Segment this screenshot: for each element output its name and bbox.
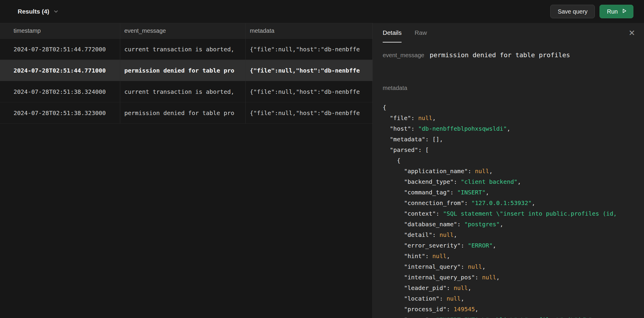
tab-details[interactable]: Details xyxy=(383,23,402,42)
cell-event-message: current transaction is aborted, xyxy=(120,81,246,102)
cell-event-message: permission denied for table pro xyxy=(120,60,246,81)
json-line: "query": "INSERT INTO \"public\".\"profi… xyxy=(383,314,644,318)
json-line: "detail": null, xyxy=(383,230,644,240)
event-message-value: permission denied for table profiles xyxy=(430,51,570,59)
table-row[interactable]: 2024-07-28T02:51:38.323000permission den… xyxy=(0,102,372,124)
column-header-metadata: metadata xyxy=(246,23,372,38)
save-query-button[interactable]: Save query xyxy=(550,5,595,18)
table-row[interactable]: 2024-07-28T02:51:38.324000current transa… xyxy=(0,81,372,102)
json-line: "leader_pid": null, xyxy=(383,283,644,293)
json-line: "application_name": null, xyxy=(383,166,644,176)
cell-timestamp: 2024-07-28T02:51:38.324000 xyxy=(0,81,120,102)
json-line: "hint": null, xyxy=(383,251,644,261)
event-message-row: event_message permission denied for tabl… xyxy=(383,51,644,59)
results-table: timestamp event_message metadata 2024-07… xyxy=(0,23,372,318)
event-message-label: event_message xyxy=(383,52,424,59)
run-label: Run xyxy=(607,8,618,15)
json-line: "host": "db-nenbffeblpohxsqwsldi", xyxy=(383,123,644,134)
details-content: event_message permission denied for tabl… xyxy=(373,42,644,318)
metadata-label: metadata xyxy=(383,85,644,91)
json-line: "internal_query": null, xyxy=(383,261,644,272)
details-tabs: DetailsRaw xyxy=(383,23,440,42)
json-line: "command_tag": "INSERT", xyxy=(383,187,644,198)
play-icon xyxy=(621,8,627,15)
cell-event-message: current transaction is aborted, xyxy=(120,39,246,60)
cell-metadata: {"file":null,"host":"db-nenbffe xyxy=(246,81,372,102)
cell-timestamp: 2024-07-28T02:51:44.771000 xyxy=(0,60,120,81)
cell-timestamp: 2024-07-28T02:51:38.323000 xyxy=(0,102,120,123)
results-dropdown[interactable]: Results (4) xyxy=(18,8,59,15)
cell-timestamp: 2024-07-28T02:51:44.772000 xyxy=(0,39,120,60)
json-line: "file": null, xyxy=(383,113,644,123)
json-line: "error_severity": "ERROR", xyxy=(383,240,644,251)
toolbar: Results (4) Save query Run xyxy=(0,0,644,23)
chevron-down-icon xyxy=(53,9,59,14)
run-button[interactable]: Run xyxy=(600,5,633,18)
main-area: timestamp event_message metadata 2024-07… xyxy=(0,23,644,318)
table-row[interactable]: 2024-07-28T02:51:44.771000permission den… xyxy=(0,60,372,81)
cell-event-message: permission denied for table pro xyxy=(120,102,246,123)
json-line: { xyxy=(383,155,644,166)
close-icon[interactable]: ✕ xyxy=(628,29,635,37)
json-line: { xyxy=(383,102,644,113)
json-line: "context": "SQL statement \"insert into … xyxy=(383,208,644,219)
details-panel: DetailsRaw ✕ event_message permission de… xyxy=(372,23,644,318)
json-line: "connection_from": "127.0.0.1:53932", xyxy=(383,198,644,208)
toolbar-actions: Save query Run xyxy=(550,5,633,18)
json-line: "backend_type": "client backend", xyxy=(383,176,644,187)
table-header: timestamp event_message metadata xyxy=(0,23,372,39)
json-line: "internal_query_pos": null, xyxy=(383,272,644,283)
cell-metadata: {"file":null,"host":"db-nenbffe xyxy=(246,39,372,60)
details-tabs-row: DetailsRaw ✕ xyxy=(373,23,644,42)
cell-metadata: {"file":null,"host":"db-nenbffe xyxy=(246,102,372,123)
json-line: "metadata": [], xyxy=(383,134,644,145)
json-line: "database_name": "postgres", xyxy=(383,219,644,230)
table-rows: 2024-07-28T02:51:44.772000current transa… xyxy=(0,39,372,124)
column-header-timestamp: timestamp xyxy=(0,23,120,38)
metadata-json: { "file": null, "host": "db-nenbffeblpoh… xyxy=(383,102,644,318)
table-row[interactable]: 2024-07-28T02:51:44.772000current transa… xyxy=(0,39,372,60)
tab-raw[interactable]: Raw xyxy=(415,23,427,42)
json-line: "process_id": 149545, xyxy=(383,304,644,314)
results-label: Results (4) xyxy=(18,8,49,15)
json-line: "location": null, xyxy=(383,293,644,304)
json-line: "parsed": [ xyxy=(383,145,644,155)
column-header-event-message: event_message xyxy=(120,23,246,38)
cell-metadata: {"file":null,"host":"db-nenbffe xyxy=(246,60,372,81)
